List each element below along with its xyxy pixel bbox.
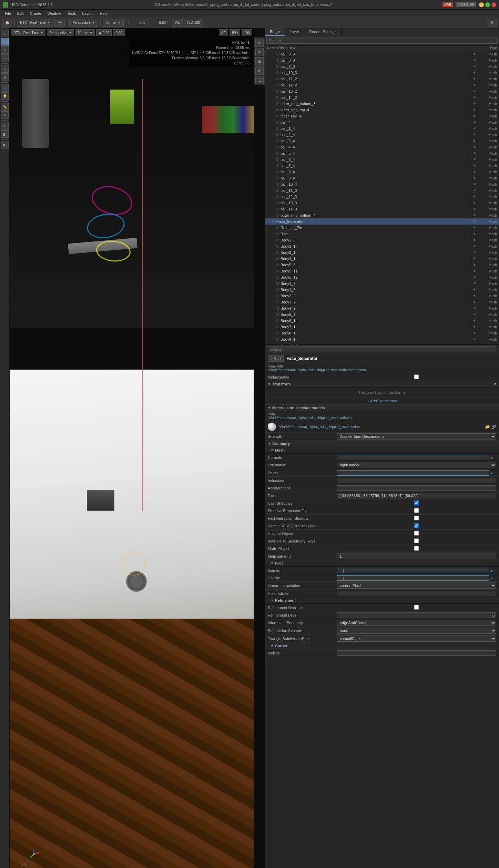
visibility-icon[interactable]: 👁 <box>472 83 477 87</box>
multimatue-id-value[interactable] <box>337 554 496 559</box>
subdivision-scheme-select[interactable]: none catmullClark loop bilinear <box>337 628 496 634</box>
face-indices-value[interactable]: ■ <box>337 568 496 573</box>
points-value[interactable]: ■ <box>337 470 496 476</box>
vp-rtx-btn[interactable]: RTX - Real-Time ▼ <box>11 29 45 36</box>
interpolate-boundary-value[interactable]: edgeAndCorner edgeOnly none <box>337 620 496 626</box>
tree-row[interactable]: ⬡ball_8_3👁Mesh <box>265 57 499 63</box>
visibility-icon[interactable]: 👁 <box>472 244 477 249</box>
accelerations-value[interactable] <box>337 485 496 491</box>
material-link-icon[interactable]: 🔗 <box>491 425 496 429</box>
extent-input[interactable] <box>337 493 496 498</box>
visibility-icon[interactable]: 👁 <box>472 250 477 255</box>
matte-object-value[interactable] <box>337 546 496 551</box>
visibility-icon[interactable]: 👁 <box>472 318 477 323</box>
visibility-icon[interactable]: 👁 <box>472 300 477 304</box>
holdout-object-checkbox[interactable] <box>337 531 496 536</box>
tool-layer[interactable]: ◧ <box>1 130 9 138</box>
viewport-area[interactable]: RTX - Real-Time ▼ Perspective ▼ 50 mm ▼ … <box>10 28 265 868</box>
visibility-icon[interactable]: 👁 <box>472 132 477 137</box>
tree-row[interactable]: ⬡Body3_1👁Mesh <box>265 249 499 256</box>
tree-row[interactable]: ⬡ball_9_3👁Mesh <box>265 51 499 57</box>
extent-value[interactable] <box>337 493 496 498</box>
tree-row[interactable]: ⬡outer_ring_top_4👁Mesh <box>265 107 499 113</box>
tree-row[interactable]: ⬡ball_12_3👁Mesh <box>265 194 499 200</box>
points-input[interactable] <box>337 470 489 476</box>
visibility-icon[interactable]: 👁 <box>472 238 477 242</box>
invisible-secondary-value[interactable] <box>337 538 496 544</box>
transform-section[interactable]: ▼ Transform ↺ <box>265 381 499 388</box>
visibility-icon[interactable]: 👁 <box>472 275 477 280</box>
geometry-section[interactable]: ▼ Geometry <box>265 441 499 447</box>
vp-focal-btn[interactable]: 50 mm ▼ <box>75 29 95 36</box>
tree-row[interactable]: ⬡Body1_6👁Mesh <box>265 237 499 243</box>
tree-row[interactable]: ⬡Body4_2👁Mesh <box>265 305 499 311</box>
toolbar-focal-length[interactable]: 50 mm ▼ <box>103 19 124 27</box>
fast-refraction-value[interactable] <box>337 516 496 521</box>
tree-row[interactable]: ⬡Body5_3👁Mesh <box>265 262 499 268</box>
vp-tool-ortho[interactable]: ⧉ <box>255 39 264 47</box>
visibility-icon[interactable]: 👁 <box>472 138 477 143</box>
tree-row[interactable]: ⬡Body8_1👁Mesh <box>265 330 499 336</box>
vp-tool-settings2[interactable]: ⚙ <box>255 66 264 75</box>
orientation-value[interactable]: rightHanded leftHanded <box>337 462 496 468</box>
tree-row[interactable]: ⬡Body4_1👁Mesh <box>265 256 499 262</box>
tool-camera[interactable]: 🎥 <box>1 84 9 92</box>
menu-window[interactable]: Window <box>45 11 64 16</box>
instanceable-checkbox[interactable] <box>337 374 496 379</box>
toolbar-camera-icon[interactable]: 📷 <box>54 19 65 27</box>
refinement-override-checkbox[interactable] <box>337 605 496 610</box>
fast-refraction-checkbox[interactable] <box>337 516 496 520</box>
hole-indices-input[interactable] <box>337 591 496 596</box>
tree-row[interactable]: ⬡Body5_12👁Mesh <box>265 274 499 280</box>
material-strength-value[interactable]: Weaker than Descendants Stronger than De… <box>337 433 496 440</box>
visibility-icon[interactable]: 👁 <box>472 231 477 236</box>
toolbar-iso[interactable]: ISO 100 <box>184 19 203 27</box>
visibility-icon[interactable]: 👁 <box>472 281 477 286</box>
toolbar-ae[interactable]: AE <box>172 19 183 27</box>
tree-row[interactable]: ⬡Body7_1👁Mesh <box>265 324 499 330</box>
menu-edit[interactable]: Edit <box>14 11 27 16</box>
tool-rotate[interactable]: ↻ <box>1 46 9 54</box>
vp-tool-fullscreen[interactable]: ⛶ <box>255 76 264 84</box>
visibility-icon[interactable]: 👁 <box>472 182 477 187</box>
visibility-icon[interactable]: 👁 <box>472 256 477 261</box>
tree-row[interactable]: ⬡ball_8_4👁Mesh <box>265 169 499 175</box>
tree-row[interactable]: ⬡Body2_2👁Mesh <box>265 293 499 299</box>
tree-row[interactable]: ⬡ball_9_4👁Mesh <box>265 175 499 181</box>
visibility-icon[interactable]: 👁 <box>472 312 477 317</box>
visibility-icon[interactable]: 👁 <box>472 262 477 267</box>
materials-section[interactable]: ▼ Materials on selected models <box>265 405 499 411</box>
interpolate-boundary-select[interactable]: edgeAndCorner edgeOnly none <box>337 620 496 626</box>
visibility-icon[interactable]: 👁 <box>472 64 477 69</box>
tree-row[interactable]: ⬡Body5_11👁Mesh <box>265 268 499 274</box>
hole-indices-value[interactable] <box>337 591 496 596</box>
visibility-icon[interactable]: 👁 <box>472 194 477 199</box>
vp-ae-btn[interactable]: AE <box>219 29 228 36</box>
vp-tool-grid2[interactable]: ⊞ <box>255 57 264 65</box>
pos-x-input[interactable] <box>128 20 147 25</box>
tool-annotate[interactable]: ✎ <box>1 111 9 119</box>
linear-interp-value[interactable]: cornersPlus1 cornersPlus2 cornersOnly no… <box>337 582 496 589</box>
property-add-button[interactable]: + Add <box>268 355 284 362</box>
visibility-icon[interactable]: 👁 <box>472 287 477 292</box>
triangle-subdivision-value[interactable]: catmullClark smooth <box>337 636 496 642</box>
vp-perspective-btn[interactable]: Perspective ▼ <box>47 29 74 36</box>
scene-3d-viewport[interactable]: ⧉ 👁 ⊞ ⚙ ⛶ cm <box>10 28 265 868</box>
tool-snap[interactable]: ⊞ <box>1 65 9 73</box>
tool-scale[interactable]: ⤢ <box>1 54 9 62</box>
visibility-icon[interactable]: 👁 <box>472 343 477 344</box>
visibility-icon[interactable]: 👁 <box>472 306 477 311</box>
visibility-icon[interactable]: 👁 <box>472 95 477 100</box>
tree-row[interactable]: ⬡Body6_1👁Mesh <box>265 318 499 324</box>
tool-render[interactable]: ▶ <box>1 141 9 148</box>
tree-row[interactable]: ⬡ball_4👁Mesh <box>265 119 499 125</box>
pos-y-input[interactable] <box>149 20 167 25</box>
tool-light[interactable]: 💡 <box>1 92 9 100</box>
subdivision-scheme-value[interactable]: none catmullClark loop bilinear <box>337 628 496 634</box>
menu-tools[interactable]: Tools <box>64 11 79 16</box>
visibility-icon[interactable]: 👁 <box>472 76 477 81</box>
menu-file[interactable]: File <box>2 11 14 16</box>
cast-shadows-checkbox[interactable] <box>337 500 496 505</box>
shadow-terminator-checkbox[interactable] <box>337 508 496 513</box>
tree-row[interactable]: ⬡Face_Separator👁Mesh <box>265 218 499 225</box>
